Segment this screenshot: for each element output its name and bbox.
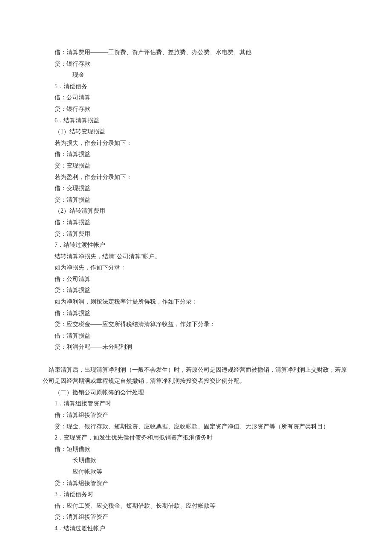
text-line: 3．清偿债务时 [43,489,349,500]
text-line: 贷：清算费用 [43,228,349,240]
text-line: 借：清算组接管资产 [43,410,349,421]
text-line: 应付帐款等 [43,466,349,478]
text-line: 长期借款 [43,455,349,466]
text-line: 借：变现损益 [43,183,349,194]
text-line: 借：清算损益 [43,149,349,160]
text-line: 2．变现资产，如发生优先偿付债务和用抵销资产抵消债务时 [43,432,349,444]
text-line: 6．结算清算损益 [43,115,349,127]
text-line: 贷：清算损益 [43,194,349,206]
text-line: 结束清算后，出现清算净利润（一般不会发生）时，若原公司是因违规经营而被撤销，清算… [43,364,349,387]
text-line: 借：短期借款 [43,444,349,455]
text-line: 如为净利润，则按法定税率计提所得税，作如下分录： [43,296,349,308]
text-line: 借：清算费用———工资费、资产评估费、差旅费、办公费、水电费、其他 [43,47,349,58]
text-line: 贷：银行存款 [43,104,349,115]
text-line: 4．结清过渡性帐户 [43,523,349,535]
text-line: 借：清算损益 [43,217,349,228]
text-line: 借：公司清算 [43,274,349,285]
text-line: 如为净损失，作如下分录： [43,262,349,274]
text-line: 借：清算损益 [43,308,349,319]
text-line: 若为损失，作会计分录如下： [43,138,349,149]
text-line: 现金 [43,69,349,81]
text-line: 贷：变现损益 [43,160,349,172]
text-line: 贷：清算组接管资产 [43,478,349,489]
text-line: 借：应付工资、应交税金、短期借款、长期借款、应付帐款等 [43,500,349,512]
text-line: 贷：现金、银行存款、短期投资、应收票据、应收帐款、固定资产净值、无形资产等（所有… [43,421,349,433]
text-line: 贷：利润分配——未分配利润 [43,341,349,353]
text-line: 若为盈利，作会计分录如下： [43,172,349,183]
text-line: （1）结转变现损益 [43,126,349,138]
text-line: 贷：消算组接管资产 [43,512,349,523]
document-body: 借：清算费用———工资费、资产评估费、差旅费、办公费、水电费、其他贷：银行存款现… [43,47,349,535]
text-line: 借：公司清算 [43,92,349,104]
text-line [43,353,349,364]
text-line: 7．结转过渡性帐户 [43,240,349,251]
text-line: （二）撤销公司原帐簿的会计处理 [43,387,349,399]
text-line: 1．清算组接管资产时 [43,398,349,410]
text-line: （2）结转清算费用 [43,205,349,217]
text-line: 5．清偿债务 [43,81,349,92]
text-line: 借：清算损益 [43,330,349,342]
text-line: 贷：应交税金——应交所得税结清清算净收益，作如下分录： [43,319,349,330]
text-line: 贷：银行存款 [43,58,349,70]
text-line: 贷：清算损益 [43,285,349,296]
text-line: 结转清算净损失，结清"公司清算"帐户。 [43,251,349,263]
